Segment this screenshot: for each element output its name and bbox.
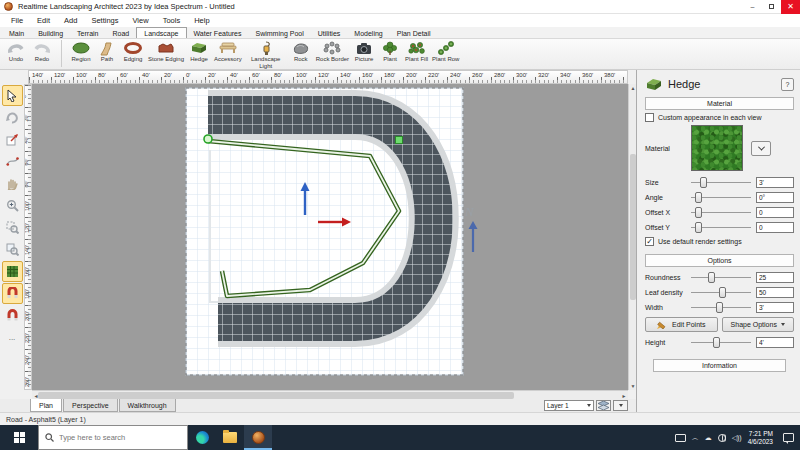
width-value-field[interactable] [756,302,794,313]
magnet-icon [6,287,19,300]
tab-utilities[interactable]: Utilities [311,27,348,38]
tab-modeling[interactable]: Modeling [347,27,389,38]
undo-button[interactable]: Undo [3,40,29,63]
hidden-icons-chevron[interactable]: ︿ [692,433,699,443]
material-section-header[interactable]: Material [645,97,794,110]
rock-border-tool[interactable]: Rock Border [314,40,351,63]
action-center-icon[interactable] [783,433,794,442]
accessory-tool[interactable]: Accessory [212,40,244,63]
offset-x-slider[interactable] [691,206,751,218]
tab-plan[interactable]: Plan [30,399,62,412]
horizontal-scroll-thumb[interactable] [38,392,514,399]
tab-road[interactable]: Road [106,27,137,38]
maximize-button[interactable] [762,0,781,14]
landscape-light-tool[interactable]: Landscape Light [244,40,288,69]
tab-walkthrough[interactable]: Walkthrough [119,399,176,412]
tab-swimming-pool[interactable]: Swimming Pool [249,27,311,38]
zoom-region-tool[interactable] [2,239,23,260]
onedrive-icon[interactable]: ☁ [705,434,712,442]
hedge-point-handle[interactable] [396,137,403,144]
tab-landscape[interactable]: Landscape [136,27,186,38]
material-dropdown-button[interactable] [751,141,771,156]
rotate-tool[interactable] [2,107,23,128]
menu-edit[interactable]: Edit [30,16,57,25]
zoom-in-tool[interactable] [2,195,23,216]
hedge-tool[interactable]: Hedge [186,40,212,63]
offset-y-slider[interactable] [691,221,751,233]
taskbar-explorer-button[interactable] [216,425,244,450]
leaf-density-value-field[interactable] [756,287,794,298]
close-button[interactable]: ✕ [781,0,800,14]
tab-main[interactable]: Main [2,27,31,38]
menu-view[interactable]: View [126,16,156,25]
custom-appearance-checkbox[interactable] [645,113,654,122]
pan-tool[interactable] [2,173,23,194]
menu-help[interactable]: Help [187,16,216,25]
curve-tool[interactable] [2,151,23,172]
network-icon[interactable] [718,434,726,442]
redo-button[interactable]: Redo [29,40,55,63]
minimize-button[interactable]: – [743,0,762,14]
scale-tool[interactable] [2,129,23,150]
width-slider[interactable] [691,301,751,313]
search-input[interactable] [59,433,174,442]
tab-water-features[interactable]: Water Features [187,27,249,38]
start-button[interactable] [0,425,38,450]
tab-perspective[interactable]: Perspective [63,399,118,412]
tab-terrain[interactable]: Terrain [70,27,105,38]
options-section-header[interactable]: Options [645,254,794,267]
menu-file[interactable]: File [4,16,30,25]
plant-tool[interactable]: Plant [377,40,403,63]
angle-snap-tool[interactable] [2,305,23,326]
default-render-checkbox[interactable]: ✓ [645,237,654,246]
roundness-slider[interactable] [691,271,751,283]
volume-icon[interactable]: ◁)) [732,434,742,442]
leaf-density-slider[interactable] [691,286,751,298]
layer-visibility-button[interactable] [596,400,611,411]
offset-x-value-field[interactable] [756,207,794,218]
plant-row-tool[interactable]: Plant Row [430,40,461,63]
path-tool[interactable]: Path [94,40,120,63]
zoom-selection-tool[interactable] [2,217,23,238]
offset-y-value-field[interactable] [756,222,794,233]
taskbar-edge-button[interactable] [188,425,216,450]
layer-select[interactable]: Layer 1 [544,400,594,411]
vertical-scrollbar[interactable]: ▲ ▼ [628,84,636,390]
horizontal-scrollbar[interactable]: ◄ ► [32,390,628,399]
edit-points-button[interactable]: Edit Points [645,317,718,332]
tab-building[interactable]: Building [31,27,70,38]
rock-tool[interactable]: Rock [288,40,314,63]
roundness-value-field[interactable] [756,272,794,283]
taskbar-clock[interactable]: 7:21 PM 4/6/2023 [748,430,773,446]
edging-tool[interactable]: Edging [120,40,146,63]
hedge-start-handle[interactable] [204,135,212,143]
picture-tool[interactable]: Picture [351,40,377,63]
information-button[interactable]: Information [653,359,786,372]
object-snap-tool[interactable] [2,283,23,304]
taskbar-landscaping-app-button[interactable] [244,425,272,450]
help-button[interactable]: ? [781,78,794,91]
stone-edging-tool[interactable]: Stone Edging [146,40,186,63]
plant-fill-tool[interactable]: Plant Fill [403,40,430,63]
layer-menu-button[interactable] [613,400,628,411]
size-value-field[interactable] [756,177,794,188]
grid-snap-tool[interactable] [2,261,23,282]
touch-keyboard-icon[interactable] [675,434,686,442]
more-tools-button[interactable]: ... [2,327,23,348]
material-swatch[interactable] [691,125,743,171]
angle-value-field[interactable] [756,192,794,203]
region-tool[interactable]: Region [68,40,94,63]
h-ruler-label: 240' [450,72,461,78]
menu-settings[interactable]: Settings [84,16,125,25]
tab-plan-detail[interactable]: Plan Detail [390,27,438,38]
shape-options-button[interactable]: Shape Options [722,317,795,332]
select-tool[interactable] [2,85,23,106]
menu-add[interactable]: Add [57,16,84,25]
height-slider[interactable] [691,336,751,348]
menu-tools[interactable]: Tools [156,16,188,25]
plan-view-canvas[interactable]: N [32,84,628,390]
height-value-field[interactable] [756,337,794,348]
size-slider[interactable] [691,176,751,188]
angle-slider[interactable] [691,191,751,203]
taskbar-search[interactable] [38,425,188,450]
